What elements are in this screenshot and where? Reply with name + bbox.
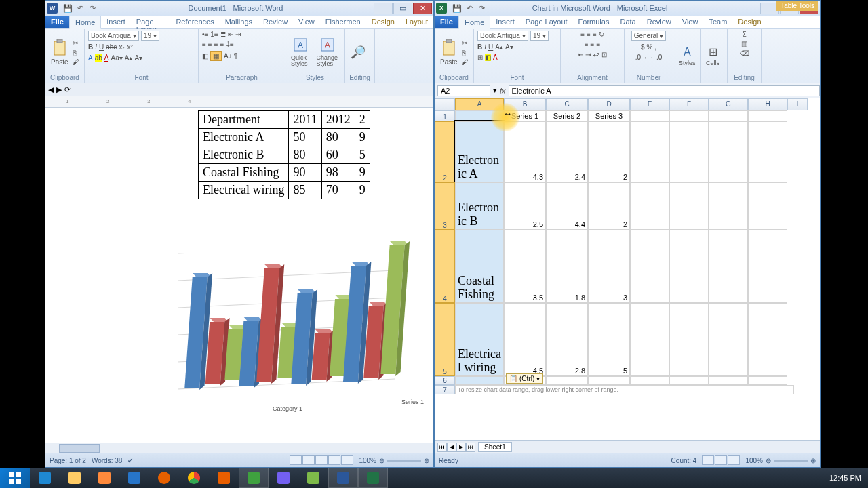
change-styles-button[interactable]: A Change Styles: [315, 36, 341, 68]
sheet-next-icon[interactable]: ▶: [456, 443, 466, 452]
taskbar-ie[interactable]: [30, 468, 60, 488]
tab-file[interactable]: File: [45, 16, 69, 28]
tab-references[interactable]: References: [170, 16, 219, 28]
col-header-d[interactable]: D: [588, 98, 630, 110]
indent-inc-icon[interactable]: ⇥: [585, 51, 591, 58]
copy-icon[interactable]: ⎘: [73, 49, 79, 56]
taskbar-excel[interactable]: [358, 468, 388, 488]
redo-icon[interactable]: ↷: [87, 3, 98, 14]
undo-icon[interactable]: ↶: [75, 3, 85, 14]
nav-back-icon[interactable]: ◀: [48, 85, 54, 94]
percent-icon[interactable]: %: [646, 43, 652, 51]
tab-review[interactable]: Review: [642, 16, 677, 28]
horizontal-ruler[interactable]: 1234: [45, 96, 433, 108]
autosum-icon[interactable]: Σ: [742, 30, 746, 38]
view-full-screen[interactable]: [302, 455, 315, 465]
cut-icon[interactable]: ✂: [73, 39, 79, 47]
cells-button[interactable]: ⊞Cells: [704, 44, 722, 68]
tab-page-layout[interactable]: Page Layou: [131, 16, 171, 28]
tab-design[interactable]: Design: [732, 16, 766, 28]
tab-design[interactable]: Design: [366, 16, 400, 28]
cell-d4[interactable]: 3: [588, 230, 630, 303]
worksheet-grid[interactable]: A B C D E F G H I 1 Series 1 Series 2 Se…: [435, 98, 820, 440]
zoom-out-button[interactable]: ⊖: [379, 457, 384, 464]
name-box[interactable]: A2: [437, 85, 490, 96]
redo-icon[interactable]: ↷: [476, 3, 487, 14]
taskbar-outlook[interactable]: [119, 468, 149, 488]
taskbar-chrome[interactable]: [179, 468, 209, 488]
start-button[interactable]: [0, 468, 30, 488]
col-header-h[interactable]: H: [748, 98, 787, 110]
zoom-slider[interactable]: [387, 460, 421, 462]
save-icon[interactable]: 💾: [62, 3, 73, 14]
clear-icon[interactable]: ⌫: [740, 49, 749, 57]
row-header-7[interactable]: 7: [435, 385, 455, 394]
grow-font-icon[interactable]: A▴: [495, 43, 503, 51]
paste-options-button[interactable]: 📋 (Ctrl) ▾: [506, 373, 543, 384]
wrap-text-icon[interactable]: ⮐: [593, 51, 599, 58]
merge-icon[interactable]: ⊡: [601, 51, 607, 58]
format-painter-icon[interactable]: 🖌: [462, 58, 469, 66]
numbering-icon[interactable]: 1≡: [210, 30, 218, 38]
cell-d3[interactable]: 2: [588, 182, 630, 230]
cell-a3[interactable]: Electronic B: [455, 182, 504, 230]
cell-a1[interactable]: [455, 110, 504, 121]
word-count[interactable]: Words: 38: [92, 457, 122, 464]
superscript-button[interactable]: x²: [127, 43, 132, 51]
shrink-font-icon[interactable]: A▾: [505, 43, 513, 51]
tab-insert[interactable]: Insert: [490, 16, 520, 28]
cell-d2[interactable]: 2: [588, 121, 630, 182]
taskbar-media[interactable]: [90, 468, 119, 488]
proof-icon[interactable]: ✔: [127, 457, 133, 464]
close-button[interactable]: ✕: [413, 3, 432, 14]
borders-icon[interactable]: ▦: [210, 51, 222, 61]
tab-formulas[interactable]: Formulas: [573, 16, 615, 28]
shrink-font-icon[interactable]: A▾: [134, 54, 142, 62]
cell-d5[interactable]: 5: [588, 303, 630, 376]
fill-icon[interactable]: ▥: [741, 40, 747, 47]
col-header-b[interactable]: B: [504, 98, 546, 110]
align-center-icon[interactable]: ≡: [208, 41, 212, 48]
minimize-button[interactable]: —: [374, 3, 393, 14]
grow-font-icon[interactable]: A▴: [125, 54, 133, 62]
word-titlebar[interactable]: W 💾 ↶ ↷ Document1 - Microsoft Word — ▭ ✕: [45, 1, 433, 16]
taskbar-word[interactable]: [328, 468, 358, 488]
bold-button[interactable]: B: [477, 43, 482, 51]
cell-b5[interactable]: 4.5: [504, 303, 546, 376]
indent-dec-icon[interactable]: ⇤: [228, 30, 233, 38]
cell-c1[interactable]: Series 2: [546, 110, 588, 121]
tab-home[interactable]: Home: [69, 16, 101, 29]
font-color-icon[interactable]: A: [493, 54, 498, 61]
page-indicator[interactable]: Page: 1 of 2: [50, 457, 86, 464]
taskbar-notepad[interactable]: [298, 468, 328, 488]
currency-icon[interactable]: $: [641, 43, 645, 51]
zoom-level[interactable]: 100%: [359, 457, 376, 464]
editing-button[interactable]: 🔎: [349, 43, 368, 61]
save-icon[interactable]: 💾: [452, 3, 462, 14]
cell-b1[interactable]: Series 1: [504, 110, 546, 121]
col-header-e[interactable]: E: [630, 98, 669, 110]
tab-insert[interactable]: Insert: [101, 16, 131, 28]
styles-button[interactable]: AStyles: [677, 45, 698, 68]
zoom-level[interactable]: 100%: [745, 457, 763, 464]
col-header-c[interactable]: C: [546, 98, 588, 110]
cell-c5[interactable]: 2.8: [546, 303, 588, 376]
tab-review[interactable]: Review: [258, 16, 293, 28]
maximize-button[interactable]: ▭: [393, 3, 412, 14]
indent-inc-icon[interactable]: ⇥: [235, 30, 241, 38]
change-case-button[interactable]: Aa▾: [111, 54, 122, 62]
line-spacing-icon[interactable]: ‡≡: [226, 41, 233, 48]
undo-icon[interactable]: ↶: [464, 3, 475, 14]
italic-button[interactable]: I: [95, 43, 97, 51]
cell-a5[interactable]: Electrical wiring: [455, 303, 504, 376]
sheet-last-icon[interactable]: ⏭: [466, 443, 475, 452]
fx-icon[interactable]: fx: [500, 87, 506, 95]
underline-button[interactable]: U: [488, 43, 493, 51]
paste-button[interactable]: Paste: [49, 38, 71, 67]
embedded-chart[interactable]: 0 1 2 3 4 5 Category 1 Series 1: [157, 240, 427, 416]
font-size-combo[interactable]: 19 ▾: [530, 30, 549, 41]
zoom-out-button[interactable]: ⊖: [766, 457, 771, 464]
cell-a4[interactable]: Coastal Fishing: [455, 230, 504, 303]
copy-icon[interactable]: ⎘: [462, 49, 469, 56]
windows-taskbar[interactable]: 12:45 PM: [0, 468, 868, 488]
